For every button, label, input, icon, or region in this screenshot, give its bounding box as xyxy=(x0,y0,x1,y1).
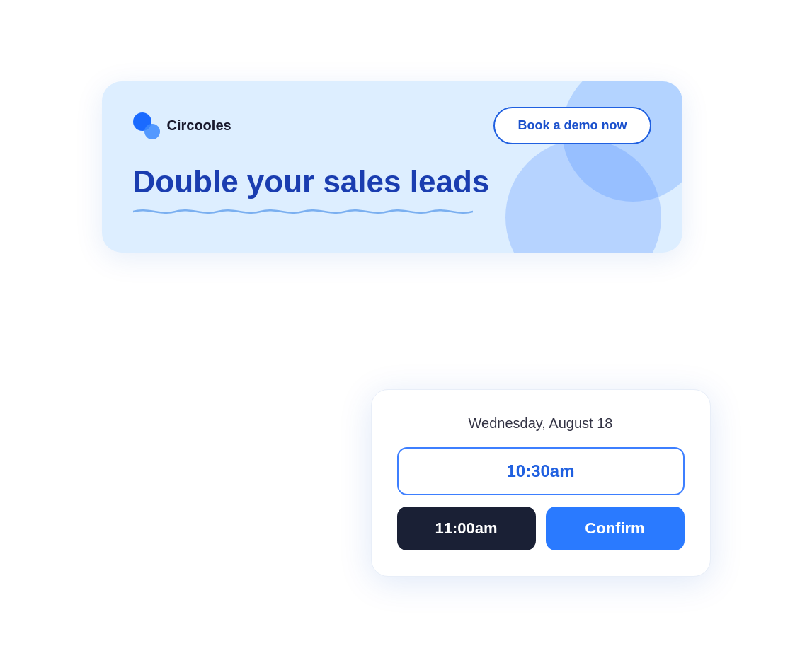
logo-circle-2 xyxy=(144,124,160,139)
ad-card: Circooles Book a demo now Double your sa… xyxy=(102,81,682,253)
logo-text: Circooles xyxy=(167,117,231,134)
booking-date: Wednesday, August 18 xyxy=(397,415,685,432)
logo-icon xyxy=(133,112,160,139)
squiggle-decoration xyxy=(133,207,473,216)
scene: Circooles Book a demo now Double your sa… xyxy=(102,81,711,577)
booking-card: Wednesday, August 18 10:30am 11:00am Con… xyxy=(371,389,711,577)
booking-actions: 11:00am Confirm xyxy=(397,507,685,550)
ad-card-header: Circooles Book a demo now xyxy=(133,107,651,144)
logo: Circooles xyxy=(133,112,231,139)
book-demo-button[interactable]: Book a demo now xyxy=(493,107,651,144)
confirm-button[interactable]: Confirm xyxy=(546,507,685,550)
time-slot-alt-button[interactable]: 11:00am xyxy=(397,507,536,550)
ad-headline: Double your sales leads xyxy=(133,164,530,200)
time-slot-selected[interactable]: 10:30am xyxy=(397,447,685,495)
